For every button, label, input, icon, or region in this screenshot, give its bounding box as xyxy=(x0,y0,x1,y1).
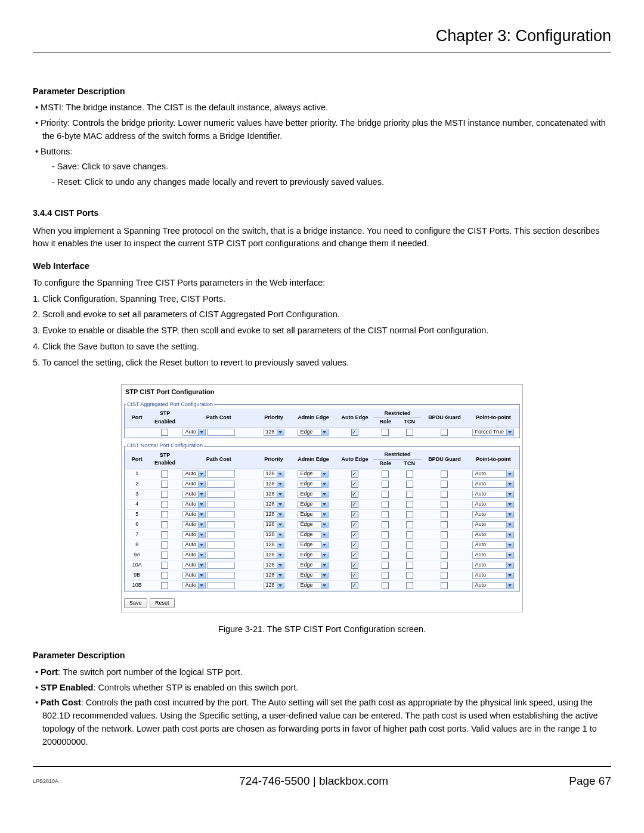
adminedge-select[interactable]: Edge xyxy=(298,531,329,538)
stp-checkbox[interactable] xyxy=(161,541,168,549)
stp-checkbox[interactable] xyxy=(161,481,168,488)
bpdu-checkbox[interactable] xyxy=(441,511,448,518)
bpdu-checkbox[interactable] xyxy=(441,541,448,549)
adminedge-select[interactable]: Edge xyxy=(298,521,329,528)
autoedge-checkbox[interactable] xyxy=(351,582,358,589)
agg-bpdu-checkbox[interactable] xyxy=(441,429,448,436)
p2p-select[interactable]: Auto xyxy=(472,521,514,528)
stp-checkbox[interactable] xyxy=(161,572,168,579)
autoedge-checkbox[interactable] xyxy=(351,511,358,518)
autoedge-checkbox[interactable] xyxy=(351,521,358,528)
bpdu-checkbox[interactable] xyxy=(441,481,448,488)
adminedge-select[interactable]: Edge xyxy=(298,491,329,498)
stp-checkbox[interactable] xyxy=(161,552,168,559)
autoedge-checkbox[interactable] xyxy=(351,531,358,538)
p2p-select[interactable]: Auto xyxy=(472,531,514,538)
priority-select[interactable]: 128 xyxy=(264,481,284,488)
agg-priority-select[interactable]: 128 xyxy=(264,429,284,436)
p2p-select[interactable]: Auto xyxy=(472,582,514,589)
role-checkbox[interactable] xyxy=(382,521,389,528)
pathcost-input[interactable] xyxy=(207,491,235,498)
priority-select[interactable]: 128 xyxy=(264,521,284,528)
role-checkbox[interactable] xyxy=(382,541,389,549)
role-checkbox[interactable] xyxy=(382,501,389,508)
adminedge-select[interactable]: Edge xyxy=(298,470,329,478)
autoedge-checkbox[interactable] xyxy=(351,481,358,488)
pathcost-input[interactable] xyxy=(207,541,235,549)
agg-pathcost-input[interactable] xyxy=(207,429,235,436)
role-checkbox[interactable] xyxy=(382,481,389,488)
pathcost-select[interactable]: Auto xyxy=(182,582,206,589)
pathcost-select[interactable]: Auto xyxy=(182,521,206,528)
tcn-checkbox[interactable] xyxy=(406,491,413,498)
adminedge-select[interactable]: Edge xyxy=(298,582,329,589)
p2p-select[interactable]: Auto xyxy=(472,552,514,559)
priority-select[interactable]: 128 xyxy=(264,511,284,518)
bpdu-checkbox[interactable] xyxy=(441,562,448,569)
priority-select[interactable]: 128 xyxy=(264,470,284,478)
priority-select[interactable]: 128 xyxy=(264,552,284,559)
pathcost-input[interactable] xyxy=(207,531,235,538)
tcn-checkbox[interactable] xyxy=(406,582,413,589)
pathcost-select[interactable]: Auto xyxy=(182,491,206,498)
p2p-select[interactable]: Auto xyxy=(472,491,514,498)
tcn-checkbox[interactable] xyxy=(406,572,413,579)
role-checkbox[interactable] xyxy=(382,562,389,569)
tcn-checkbox[interactable] xyxy=(406,511,413,518)
role-checkbox[interactable] xyxy=(382,511,389,518)
autoedge-checkbox[interactable] xyxy=(351,572,358,579)
save-button[interactable]: Save xyxy=(124,598,147,609)
bpdu-checkbox[interactable] xyxy=(441,521,448,528)
priority-select[interactable]: 128 xyxy=(264,531,284,538)
stp-checkbox[interactable] xyxy=(161,491,168,498)
autoedge-checkbox[interactable] xyxy=(351,541,358,549)
tcn-checkbox[interactable] xyxy=(406,552,413,559)
adminedge-select[interactable]: Edge xyxy=(298,552,329,559)
autoedge-checkbox[interactable] xyxy=(351,552,358,559)
stp-checkbox[interactable] xyxy=(161,511,168,518)
pathcost-input[interactable] xyxy=(207,481,235,488)
priority-select[interactable]: 128 xyxy=(264,501,284,508)
adminedge-select[interactable]: Edge xyxy=(298,481,329,488)
p2p-select[interactable]: Auto xyxy=(472,541,514,549)
agg-role-checkbox[interactable] xyxy=(382,429,389,436)
tcn-checkbox[interactable] xyxy=(406,521,413,528)
autoedge-checkbox[interactable] xyxy=(351,501,358,508)
bpdu-checkbox[interactable] xyxy=(441,572,448,579)
bpdu-checkbox[interactable] xyxy=(441,501,448,508)
tcn-checkbox[interactable] xyxy=(406,541,413,549)
p2p-select[interactable]: Auto xyxy=(472,470,514,478)
adminedge-select[interactable]: Edge xyxy=(298,562,329,569)
role-checkbox[interactable] xyxy=(382,582,389,589)
tcn-checkbox[interactable] xyxy=(406,562,413,569)
stp-checkbox[interactable] xyxy=(161,521,168,528)
agg-pathcost-select[interactable]: Auto xyxy=(182,429,206,436)
agg-stp-checkbox[interactable] xyxy=(161,429,168,436)
priority-select[interactable]: 128 xyxy=(264,562,284,569)
tcn-checkbox[interactable] xyxy=(406,481,413,488)
stp-checkbox[interactable] xyxy=(161,562,168,569)
pathcost-select[interactable]: Auto xyxy=(182,552,206,559)
bpdu-checkbox[interactable] xyxy=(441,531,448,538)
bpdu-checkbox[interactable] xyxy=(441,582,448,589)
role-checkbox[interactable] xyxy=(382,572,389,579)
pathcost-input[interactable] xyxy=(207,552,235,559)
pathcost-input[interactable] xyxy=(207,582,235,589)
pathcost-select[interactable]: Auto xyxy=(182,562,206,569)
tcn-checkbox[interactable] xyxy=(406,531,413,538)
tcn-checkbox[interactable] xyxy=(406,501,413,508)
pathcost-select[interactable]: Auto xyxy=(182,501,206,508)
pathcost-input[interactable] xyxy=(207,501,235,508)
agg-tcn-checkbox[interactable] xyxy=(406,429,413,436)
autoedge-checkbox[interactable] xyxy=(351,470,358,478)
role-checkbox[interactable] xyxy=(382,552,389,559)
bpdu-checkbox[interactable] xyxy=(441,470,448,478)
pathcost-select[interactable]: Auto xyxy=(182,541,206,549)
stp-checkbox[interactable] xyxy=(161,582,168,589)
agg-p2p-select[interactable]: Forced True xyxy=(472,429,514,436)
pathcost-input[interactable] xyxy=(207,562,235,569)
role-checkbox[interactable] xyxy=(382,531,389,538)
priority-select[interactable]: 128 xyxy=(264,572,284,579)
p2p-select[interactable]: Auto xyxy=(472,572,514,579)
role-checkbox[interactable] xyxy=(382,470,389,478)
